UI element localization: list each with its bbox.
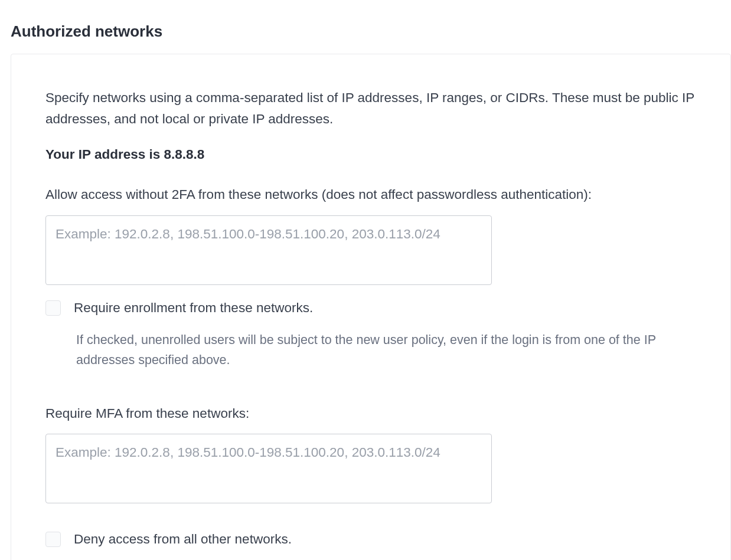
deny-other-networks-checkbox[interactable] <box>45 532 61 547</box>
require-enrollment-checkbox[interactable] <box>45 300 61 316</box>
your-ip-line: Your IP address is 8.8.8.8 <box>45 147 696 162</box>
page-title: Authorized networks <box>0 0 731 54</box>
require-mfa-label: Require MFA from these networks: <box>45 404 696 424</box>
allow-label: Allow access without 2FA from these netw… <box>45 185 696 205</box>
intro-text: Specify networks using a comma-separated… <box>45 87 696 129</box>
require-mfa-section: Require MFA from these networks: <box>45 404 696 506</box>
require-enrollment-row: Require enrollment from these networks. <box>45 300 696 316</box>
deny-other-networks-label[interactable]: Deny access from all other networks. <box>74 532 292 547</box>
deny-row: Deny access from all other networks. <box>45 532 696 547</box>
authorized-networks-panel: Specify networks using a comma-separated… <box>11 54 731 560</box>
allow-section: Allow access without 2FA from these netw… <box>45 185 696 371</box>
require-mfa-networks-input[interactable] <box>45 434 492 503</box>
require-enrollment-help: If checked, unenrolled users will be sub… <box>76 330 696 371</box>
allow-networks-input[interactable] <box>45 215 492 285</box>
require-enrollment-label[interactable]: Require enrollment from these networks. <box>74 300 313 316</box>
